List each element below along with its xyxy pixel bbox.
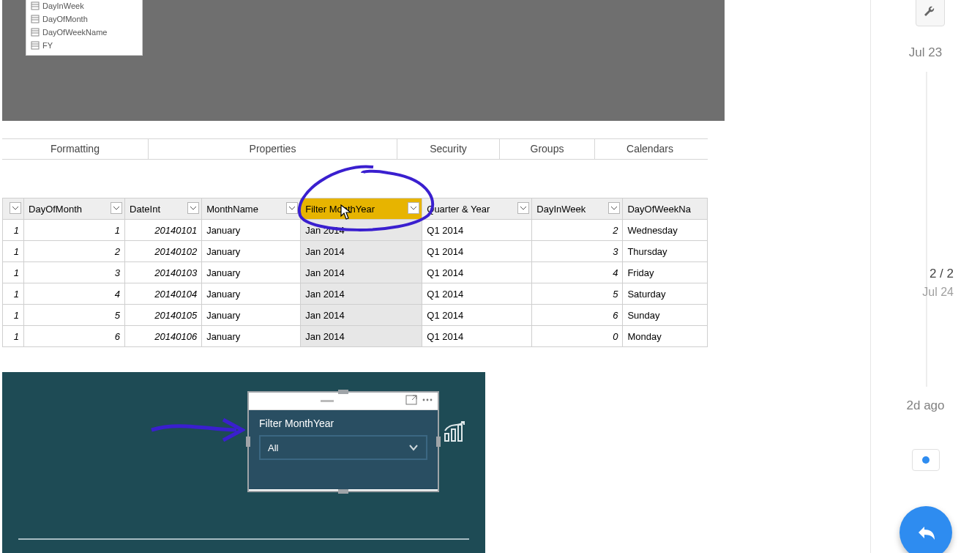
timeline-position: 2 / 2 — [922, 267, 954, 281]
cell-dateint: 20140104 — [125, 283, 202, 305]
slicer-title: Filter MonthYear — [259, 417, 427, 429]
timeline-start-date[interactable]: Jul 23 — [871, 45, 980, 60]
resize-handle[interactable] — [246, 437, 250, 447]
svg-rect-18 — [458, 425, 462, 441]
cell-qy: Q1 2014 — [422, 283, 532, 305]
cell-qy: Q1 2014 — [422, 305, 532, 326]
cell-downame: Saturday — [623, 283, 708, 305]
resize-handle[interactable] — [338, 390, 348, 394]
field-label: FY — [42, 41, 53, 50]
cell-dayinweek: 3 — [532, 241, 623, 262]
cell-filtermy: Jan 2014 — [301, 262, 422, 283]
ribbon-tabs: Formatting Properties Security Groups Ca… — [2, 138, 708, 160]
wrench-button[interactable] — [916, 0, 945, 26]
cell-rownum: 1 — [3, 262, 24, 283]
tab-calendars[interactable]: Calendars — [595, 139, 705, 159]
cell-qy: Q1 2014 — [422, 220, 532, 241]
cell-monthname: January — [202, 305, 301, 326]
timeline-end-label[interactable]: 2d ago — [871, 398, 980, 413]
cell-downame: Sunday — [623, 305, 708, 326]
field-item: FY — [31, 39, 138, 52]
col-filtermonthyear[interactable]: Filter MonthYear — [301, 198, 422, 220]
slicer-body: Filter MonthYear All — [249, 410, 438, 489]
svg-rect-0 — [31, 2, 39, 10]
cell-filtermy: Jan 2014 — [301, 220, 422, 241]
cell-monthname: January — [202, 220, 301, 241]
col-dayinweek[interactable]: DayInWeek — [532, 198, 623, 220]
field-item: DayOfMonth — [31, 12, 138, 26]
cell-qy: Q1 2014 — [422, 241, 532, 262]
cell-dayofmonth: 2 — [24, 241, 125, 262]
more-options-icon[interactable] — [422, 395, 433, 407]
table-row[interactable]: 1320140103JanuaryJan 2014Q1 20144Friday — [3, 262, 708, 283]
tab-properties[interactable]: Properties — [149, 139, 397, 159]
filter-dropdown-icon[interactable] — [111, 202, 122, 214]
col-monthname[interactable]: MonthName — [202, 198, 301, 220]
svg-rect-17 — [452, 429, 455, 441]
resize-handle[interactable] — [338, 489, 348, 494]
filter-dropdown-icon[interactable] — [10, 202, 21, 214]
analytics-icon — [444, 420, 465, 445]
cell-dateint: 20140102 — [125, 241, 202, 262]
timeline-track[interactable] — [926, 72, 927, 387]
table-row[interactable]: 1620140106JanuaryJan 2014Q1 20140Monday — [3, 326, 708, 347]
cell-downame: Wednesday — [623, 220, 708, 241]
filter-dropdown-icon[interactable] — [608, 202, 620, 214]
cell-rownum: 1 — [3, 283, 24, 305]
fields-panel: DayInWeek DayOfMonth DayOfWeekName FY — [26, 0, 143, 56]
cell-dayofmonth: 5 — [24, 305, 125, 326]
cell-dayinweek: 6 — [532, 305, 623, 326]
post-body: DayInWeek DayOfMonth DayOfWeekName FY Fo… — [0, 0, 755, 553]
reply-button[interactable] — [899, 506, 952, 553]
col-quarteryear[interactable]: Quarter & Year — [422, 198, 532, 220]
svg-rect-9 — [31, 42, 39, 49]
timeline-current-date: Jul 24 — [922, 286, 954, 299]
tab-groups[interactable]: Groups — [500, 139, 595, 159]
cell-qy: Q1 2014 — [422, 262, 532, 283]
field-label: DayOfWeekName — [42, 28, 107, 37]
col-rownum[interactable] — [3, 198, 24, 220]
slicer-visual[interactable]: Filter MonthYear All — [247, 391, 439, 492]
field-item: DayInWeek — [31, 0, 138, 12]
timeline-current: 2 / 2 Jul 24 — [922, 267, 954, 299]
cell-dateint: 20140105 — [125, 305, 202, 326]
cell-filtermy: Jan 2014 — [301, 241, 422, 262]
svg-rect-16 — [445, 434, 449, 441]
focus-mode-icon[interactable] — [405, 395, 417, 407]
cell-downame: Friday — [623, 262, 708, 283]
slicer-dropdown[interactable]: All — [259, 435, 427, 460]
cell-filtermy: Jan 2014 — [301, 326, 422, 347]
cell-downame: Thursday — [623, 241, 708, 262]
cell-rownum: 1 — [3, 241, 24, 262]
field-label: DayInWeek — [42, 1, 84, 10]
field-label: DayOfMonth — [42, 15, 88, 23]
filter-dropdown-icon[interactable] — [286, 202, 298, 214]
cell-dayofmonth: 4 — [24, 283, 125, 305]
filter-dropdown-icon[interactable] — [517, 202, 529, 214]
table-row[interactable]: 1120140101JanuaryJan 2014Q1 20142Wednesd… — [3, 220, 708, 241]
col-dayofweekname[interactable]: DayOfWeekNa — [623, 198, 708, 220]
tab-formatting[interactable]: Formatting — [2, 139, 149, 159]
table-row[interactable]: 1420140104JanuaryJan 2014Q1 20145Saturda… — [3, 283, 708, 305]
resize-handle[interactable] — [436, 437, 441, 447]
table-row[interactable]: 1520140105JanuaryJan 2014Q1 20146Sunday — [3, 305, 708, 326]
cell-dayinweek: 0 — [532, 326, 623, 347]
svg-point-15 — [430, 399, 433, 401]
screenshot-model-view: DayInWeek DayOfMonth DayOfWeekName FY — [2, 0, 725, 121]
svg-rect-6 — [31, 29, 39, 36]
tab-security[interactable]: Security — [397, 139, 500, 159]
filter-dropdown-icon[interactable] — [408, 202, 419, 214]
cell-dateint: 20140101 — [125, 220, 202, 241]
cell-filtermy: Jan 2014 — [301, 305, 422, 326]
cell-dayofmonth: 1 — [24, 220, 125, 241]
data-grid: DayOfMonth DateInt MonthName Filter Mont… — [2, 198, 708, 347]
cell-qy: Q1 2014 — [422, 326, 532, 347]
cell-rownum: 1 — [3, 305, 24, 326]
table-row[interactable]: 1220140102JanuaryJan 2014Q1 20143Thursda… — [3, 241, 708, 262]
col-dateint[interactable]: DateInt — [125, 198, 202, 220]
drag-grip-icon[interactable] — [321, 400, 334, 402]
cell-dateint: 20140106 — [125, 326, 202, 347]
timeline-unread-marker[interactable] — [912, 449, 940, 471]
filter-dropdown-icon[interactable] — [187, 202, 199, 214]
col-dayofmonth[interactable]: DayOfMonth — [24, 198, 125, 220]
